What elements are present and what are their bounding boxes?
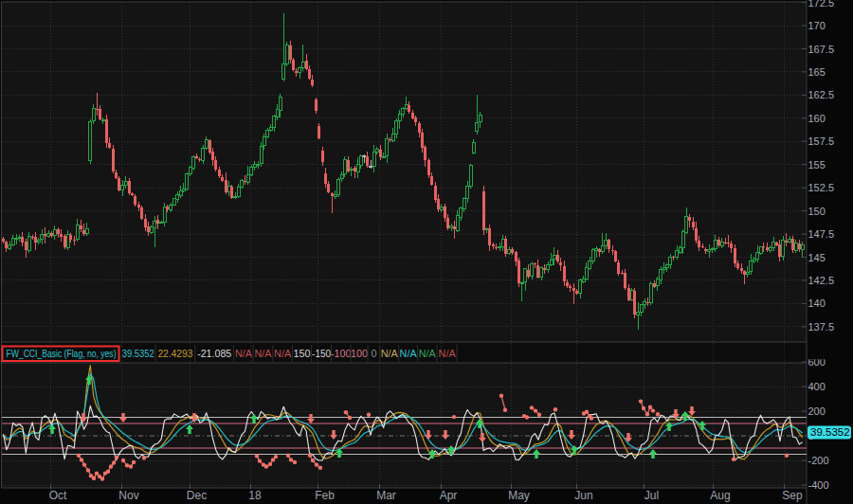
svg-text:142.5: 142.5 xyxy=(808,275,835,286)
svg-text:-400: -400 xyxy=(808,479,829,491)
svg-text:18: 18 xyxy=(248,489,262,502)
svg-text:Apr: Apr xyxy=(440,489,458,502)
svg-text:145: 145 xyxy=(808,252,826,263)
svg-text:Jul: Jul xyxy=(644,489,659,502)
svg-text:150: 150 xyxy=(293,348,310,359)
svg-text:172.5: 172.5 xyxy=(808,0,835,9)
svg-text:165: 165 xyxy=(808,66,826,78)
svg-text:-100: -100 xyxy=(331,348,352,359)
svg-text:May: May xyxy=(508,489,530,502)
svg-text:Oct: Oct xyxy=(49,489,67,502)
svg-text:140: 140 xyxy=(808,297,826,309)
svg-text:N/A: N/A xyxy=(274,348,292,359)
svg-text:N/A: N/A xyxy=(400,348,418,359)
svg-text:22.4293: 22.4293 xyxy=(157,348,192,359)
svg-text:-21.085: -21.085 xyxy=(197,348,231,359)
svg-text:39.5352: 39.5352 xyxy=(122,348,154,359)
svg-text:162.5: 162.5 xyxy=(808,89,835,100)
svg-text:Dec: Dec xyxy=(187,489,207,502)
svg-text:N/A: N/A xyxy=(255,348,273,359)
svg-text:Aug: Aug xyxy=(710,489,730,502)
svg-text:100: 100 xyxy=(351,348,368,359)
svg-text:-150: -150 xyxy=(312,348,331,359)
svg-text:400: 400 xyxy=(808,381,826,392)
svg-text:152.5: 152.5 xyxy=(808,182,835,193)
svg-text:Jun: Jun xyxy=(574,489,592,502)
svg-text:0: 0 xyxy=(371,348,376,359)
svg-text:Nov: Nov xyxy=(118,489,138,502)
svg-text:167.5: 167.5 xyxy=(808,44,835,55)
svg-text:N/A: N/A xyxy=(235,348,253,359)
svg-text:Mar: Mar xyxy=(376,489,396,502)
svg-text:39.5352: 39.5352 xyxy=(810,426,850,438)
svg-text:147.5: 147.5 xyxy=(808,228,835,240)
svg-text:N/A: N/A xyxy=(419,348,437,359)
svg-text:N/A: N/A xyxy=(439,348,457,359)
svg-text:-200: -200 xyxy=(808,455,829,466)
svg-text:137.5: 137.5 xyxy=(808,321,835,333)
svg-text:157.5: 157.5 xyxy=(808,135,835,147)
svg-text:150: 150 xyxy=(808,206,826,217)
svg-text:200: 200 xyxy=(808,405,826,417)
svg-text:Feb: Feb xyxy=(315,489,335,502)
svg-text:N/A: N/A xyxy=(381,348,399,359)
svg-text:160: 160 xyxy=(808,113,826,124)
svg-text:170: 170 xyxy=(808,20,826,31)
svg-text:Sep: Sep xyxy=(782,489,803,502)
svg-text:FW_CCI_Basic (Flag, no, yes): FW_CCI_Basic (Flag, no, yes) xyxy=(7,348,117,359)
svg-text:155: 155 xyxy=(808,159,826,171)
